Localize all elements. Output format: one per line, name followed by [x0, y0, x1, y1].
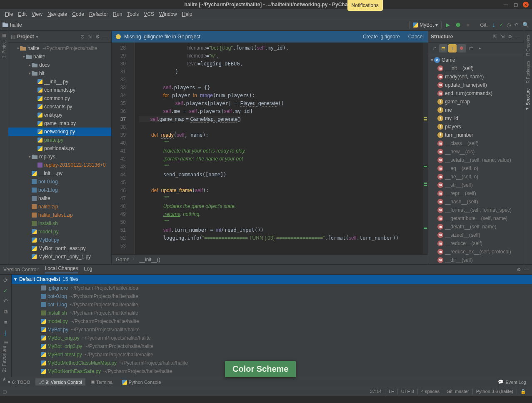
- tree-item[interactable]: model.py: [8, 228, 111, 236]
- menu-edit[interactable]: Edit: [15, 11, 29, 17]
- structure-class[interactable]: ▾cGame: [428, 56, 524, 64]
- tree-item[interactable]: halite: [8, 194, 111, 203]
- favorites-tool-button[interactable]: 2: Favorites: [1, 346, 7, 372]
- commit-icon[interactable]: ✓: [3, 288, 8, 294]
- menu-window[interactable]: Window: [157, 11, 180, 17]
- debug-button[interactable]: ⬢: [454, 21, 462, 29]
- fold-gutter[interactable]: [129, 43, 135, 254]
- menu-run[interactable]: Run: [110, 11, 125, 17]
- error-stripe[interactable]: [423, 43, 428, 254]
- chevron-down-icon[interactable]: ▾: [36, 34, 38, 40]
- shelf-icon[interactable]: ⭳: [3, 330, 8, 336]
- changed-file-row[interactable]: MyBot.py~/PycharmProjects/halite/halite: [12, 325, 532, 334]
- hide-icon[interactable]: —: [524, 267, 529, 273]
- structure-member[interactable]: mready(self, name): [428, 73, 524, 81]
- create-gitignore-link[interactable]: Create .gitignore: [363, 34, 400, 40]
- structure-member[interactable]: mupdate_frame(self): [428, 81, 524, 89]
- show-methods-icon[interactable]: ⬢: [457, 44, 466, 53]
- menu-view[interactable]: View: [29, 11, 45, 17]
- rollback-icon[interactable]: ↶: [3, 298, 8, 304]
- tab-log[interactable]: Log: [84, 266, 92, 273]
- structure-member[interactable]: fplayers: [428, 123, 524, 131]
- vcs-history-icon[interactable]: ◷: [505, 22, 512, 28]
- breadcrumb-method[interactable]: __init__(): [140, 257, 160, 263]
- tab-local-changes[interactable]: Local Changes: [45, 265, 78, 273]
- terminal-tool-button[interactable]: ▣Terminal: [87, 378, 117, 385]
- structure-member[interactable]: m__ne__(self, o): [428, 173, 524, 181]
- menu-vcs[interactable]: VCS: [141, 11, 157, 17]
- structure-member[interactable]: m__str__(self): [428, 181, 524, 189]
- tree-item[interactable]: MyBot.py: [8, 236, 111, 244]
- line-number-gutter[interactable]: 2829303132333435363738394041424344454647…: [112, 43, 129, 254]
- structure-member[interactable]: m__eq__(self, o): [428, 164, 524, 173]
- tree-item[interactable]: install.sh: [8, 219, 111, 228]
- structure-member[interactable]: m__reduce_ex__(self, protocol): [428, 248, 524, 256]
- changed-file-row[interactable]: model.py~/PycharmProjects/halite/halite: [12, 317, 532, 325]
- run-configuration-dropdown[interactable]: MyBot ▾: [409, 21, 442, 29]
- git-branch[interactable]: Git: master: [443, 389, 472, 394]
- collapse-all-icon[interactable]: ⇲: [499, 34, 506, 40]
- project-tree[interactable]: ▾halite~/PycharmProjects/halite▾halite▸d…: [8, 43, 111, 264]
- tree-item[interactable]: halite.zip: [8, 203, 111, 211]
- structure-member[interactable]: fmy_id: [428, 114, 524, 123]
- expand-all-icon[interactable]: ⇱: [491, 34, 499, 40]
- tree-item[interactable]: pirate.py: [8, 136, 111, 144]
- vcs-revert-icon[interactable]: ↶: [513, 22, 520, 28]
- cancel-link[interactable]: Cancel: [408, 34, 424, 40]
- breadcrumb[interactable]: halite: [2, 22, 22, 28]
- changed-file-row[interactable]: MyBot_orig.py~/PycharmProjects/halite/ha…: [12, 334, 532, 342]
- structure-member[interactable]: m__sizeof__(self): [428, 231, 524, 239]
- tree-item[interactable]: common.py: [8, 94, 111, 103]
- search-everywhere-icon[interactable]: 🔍: [522, 21, 530, 29]
- close-icon[interactable]: ×: [523, 2, 529, 8]
- tree-item[interactable]: game_map.py: [8, 119, 111, 128]
- structure-member[interactable]: m__reduce__(self): [428, 239, 524, 248]
- diff-icon[interactable]: ⧉: [4, 308, 7, 315]
- changed-file-row[interactable]: MyBot_orig3.py~/PycharmProjects/halite/h…: [12, 342, 532, 350]
- run-button[interactable]: ▶: [444, 21, 452, 29]
- structure-member[interactable]: m__init__(self): [428, 64, 524, 73]
- lock-icon[interactable]: 🔒: [517, 389, 530, 394]
- code-editor[interactable]: 2829303132333435363738394041424344454647…: [112, 43, 428, 254]
- menu-tools[interactable]: Tools: [125, 11, 141, 17]
- structure-member[interactable]: m__class__(self): [428, 139, 524, 148]
- hide-icon[interactable]: —: [101, 34, 109, 40]
- structure-tool-button[interactable]: 7: Structure: [526, 88, 530, 110]
- gear-icon[interactable]: ⚙: [517, 267, 521, 273]
- changed-file-row[interactable]: .gitignore~/PycharmProjects/halite/.idea: [12, 284, 532, 292]
- tree-item[interactable]: replay-20190122-133136+0: [8, 161, 111, 169]
- changed-file-row[interactable]: install.sh~/PycharmProjects/halite/halit…: [12, 309, 532, 317]
- structure-member[interactable]: m__getattribute__(self, name): [428, 214, 524, 223]
- structure-member[interactable]: m__delattr__(self, name): [428, 223, 524, 231]
- tree-item[interactable]: __init__.py: [8, 169, 111, 178]
- structure-member[interactable]: mend_turn(commands): [428, 89, 524, 98]
- show-fields-icon[interactable]: f: [448, 44, 457, 53]
- sort-alpha-icon[interactable]: ↓ª: [430, 44, 438, 53]
- maximize-icon[interactable]: ▢: [513, 2, 519, 8]
- project-view-icon[interactable]: ▤: [11, 34, 15, 40]
- structure-member[interactable]: fme: [428, 106, 524, 114]
- tree-item[interactable]: bot-0.log: [8, 178, 111, 186]
- collapse-all-icon[interactable]: ⇲: [86, 34, 94, 40]
- file-encoding[interactable]: UTF-8: [397, 389, 417, 394]
- project-tool-square-icon[interactable]: ▦: [2, 33, 6, 38]
- line-separator[interactable]: LF: [385, 389, 397, 394]
- structure-member[interactable]: m__repr__(self): [428, 189, 524, 198]
- structure-member[interactable]: m__format__(self, format_spec): [428, 206, 524, 214]
- expand-icon[interactable]: ▸: [476, 44, 484, 53]
- menu-file[interactable]: File: [2, 11, 15, 17]
- tree-item[interactable]: MyBot_north_east.py: [8, 244, 111, 253]
- python-interpreter[interactable]: Python 3.6 (halite): [472, 389, 517, 394]
- tree-item[interactable]: __init__.py: [8, 78, 111, 86]
- tree-item[interactable]: constants.py: [8, 103, 111, 111]
- minimize-icon[interactable]: —: [503, 2, 509, 8]
- tool-windows-icon[interactable]: ▢: [2, 389, 10, 394]
- structure-member[interactable]: m__setattr__(self, name, value): [428, 156, 524, 164]
- tree-item[interactable]: MyBot_north_only_1.py: [8, 253, 111, 261]
- structure-member[interactable]: m__new__(cls): [428, 148, 524, 156]
- tree-item[interactable]: entity.py: [8, 111, 111, 119]
- caret-position[interactable]: 37:14: [367, 389, 385, 394]
- autoscroll-icon[interactable]: ⇄: [467, 44, 475, 53]
- tree-item[interactable]: ▸docs: [8, 61, 111, 69]
- menu-code[interactable]: Code: [70, 11, 87, 17]
